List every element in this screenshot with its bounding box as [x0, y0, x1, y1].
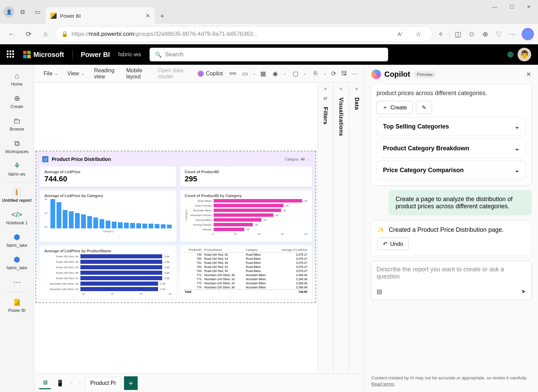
copilot-textarea[interactable]: [376, 266, 526, 284]
report-canvas[interactable]: ◲ Product Price Distribution Category Al…: [34, 82, 318, 374]
search-bar[interactable]: 🔍: [150, 48, 388, 61]
split-screen-icon[interactable]: ◫: [451, 27, 464, 42]
file-menu[interactable]: File: [40, 68, 62, 79]
category-slicer[interactable]: Category All ⌄: [285, 157, 309, 161]
accordion-category-breakdown[interactable]: Product Category Breakdown⌄: [376, 139, 526, 158]
save-icon[interactable]: 🖫: [340, 67, 349, 80]
plus-icon: ＋: [382, 104, 388, 111]
card-count-productid[interactable]: Count of ProductID 295: [180, 166, 312, 187]
data-panel-collapsed[interactable]: « Data: [349, 82, 364, 374]
prompt-guide-icon[interactable]: ▤: [376, 288, 382, 295]
view-menu[interactable]: View: [63, 68, 89, 79]
health-icon[interactable]: ♡: [492, 27, 505, 42]
nav-fabric-lake-2[interactable]: ⬢fabric_lake: [2, 252, 32, 274]
table-header-row: ProductIDProductNameCategoryAverage of L…: [183, 247, 309, 253]
close-window-button[interactable]: ✕: [521, 1, 537, 12]
more-icon: ⋯: [13, 278, 21, 287]
table-visual[interactable]: ProductIDProductNameCategoryAverage of L…: [180, 245, 312, 299]
workspaces-icon[interactable]: ⧉: [16, 5, 29, 19]
explore-icon[interactable]: 👓: [228, 67, 237, 80]
chevron-down-icon[interactable]: ⌄: [282, 71, 288, 76]
nav-notebook[interactable]: </>Notebook 1: [2, 207, 32, 229]
text-box-icon[interactable]: ▭: [239, 67, 251, 80]
prev-page-icon[interactable]: ‹: [69, 381, 74, 386]
desktop-view-icon[interactable]: 🖥: [39, 377, 51, 389]
nav-more[interactable]: ⋯: [2, 274, 32, 290]
favorites-icon[interactable]: ✩: [465, 27, 478, 42]
card-avg-listprice[interactable]: Average of ListPrice 744.60: [40, 166, 176, 187]
page-tab[interactable]: Product Pr: [85, 377, 121, 389]
stack-icon: ⧉: [14, 139, 20, 148]
reading-view-button[interactable]: Reading view: [90, 65, 121, 82]
accordion-price-comparison[interactable]: Price Category Comparison⌄: [376, 161, 526, 180]
read-aloud-icon[interactable]: A⁾: [393, 27, 408, 42]
nav-create[interactable]: ⊕Create: [2, 91, 32, 112]
undo-button[interactable]: ↶Undo: [377, 238, 409, 250]
workspace-name[interactable]: fabric-ws: [118, 51, 141, 58]
accordion-top-selling[interactable]: Top Selling Categories⌄: [376, 117, 526, 136]
refresh-icon[interactable]: ⟳: [329, 67, 338, 80]
app-launcher-icon[interactable]: [7, 50, 15, 59]
chevron-down-icon: ⌄: [514, 123, 520, 130]
edit-button[interactable]: ✎: [416, 101, 432, 114]
presence-icon[interactable]: [507, 51, 513, 58]
chevron-down-icon[interactable]: ⌄: [322, 71, 328, 76]
brand-text[interactable]: Power BI: [81, 51, 110, 59]
user-avatar[interactable]: 👨: [518, 48, 531, 61]
chart-count-productid-category[interactable]: Count of ProductID by Category Category …: [180, 190, 312, 242]
undo-label: Undo: [390, 241, 403, 247]
nav-fabric-ws[interactable]: ⚘fabric-ws: [2, 158, 32, 180]
url-input[interactable]: 🔒 https://msit.powerbi.com/groups/32a98b…: [55, 27, 432, 42]
close-panel-icon[interactable]: ✕: [526, 71, 531, 78]
chart-avg-listprice-productname[interactable]: Average of ListPrice by ProductName Road…: [40, 245, 176, 299]
nav-powerbi[interactable]: Power BI: [2, 295, 32, 316]
settings-menu-icon[interactable]: ⋯: [506, 27, 519, 42]
mobile-layout-button[interactable]: Mobile layout: [122, 65, 152, 82]
favorite-icon[interactable]: ☆: [411, 27, 426, 42]
minimize-button[interactable]: —: [487, 1, 503, 12]
page-selection[interactable]: ◲ Product Price Distribution Category Al…: [35, 151, 316, 303]
copilot-toolbar-button[interactable]: Copilot: [194, 68, 227, 79]
expand-icon[interactable]: «: [355, 86, 358, 91]
next-page-icon[interactable]: ›: [77, 381, 82, 386]
copilot-input-box[interactable]: ▤ ➤: [371, 261, 532, 300]
read-terms-link[interactable]: Read terms: [371, 381, 394, 387]
search-input[interactable]: [165, 51, 383, 58]
tab-actions-icon[interactable]: ▭: [31, 5, 44, 19]
extensions-icon[interactable]: ✧: [434, 27, 447, 42]
microsoft-logo[interactable]: Microsoft: [23, 51, 64, 59]
nav-untitled-report[interactable]: ⫿Untitled report: [2, 184, 32, 206]
create-button[interactable]: ＋Create: [376, 101, 413, 114]
back-button[interactable]: ←: [4, 27, 19, 42]
refresh-button[interactable]: ⟳: [21, 27, 36, 42]
close-tab-icon[interactable]: ✕: [145, 13, 150, 19]
copilot-icon[interactable]: [522, 28, 534, 40]
chart-avg-listprice-category[interactable]: Average of ListPrice by Category 2K 1K 0…: [40, 190, 176, 242]
expand-icon[interactable]: «: [324, 86, 327, 91]
filters-panel-collapsed[interactable]: « ⇄ Filters: [318, 82, 333, 374]
more-icon[interactable]: ⋯: [350, 67, 359, 80]
expand-icon[interactable]: «: [340, 86, 342, 91]
new-tab-button[interactable]: ＋: [159, 11, 166, 20]
visual-icon[interactable]: ▢: [289, 67, 302, 80]
mobile-view-icon[interactable]: 📱: [54, 377, 66, 389]
collections-icon[interactable]: ⊕: [479, 27, 492, 42]
input-actions: ▤ ➤: [376, 288, 526, 295]
add-page-button[interactable]: ＋: [124, 376, 138, 390]
visualizations-panel-collapsed[interactable]: « Visualizations: [333, 82, 349, 374]
home-button[interactable]: ⌂: [38, 27, 53, 42]
nav-home[interactable]: ⌂Home: [2, 68, 32, 90]
buttons-icon[interactable]: ◉: [269, 67, 282, 80]
chevron-down-icon[interactable]: ⌄: [302, 71, 308, 76]
profile-avatar-icon[interactable]: 👤: [3, 6, 14, 17]
nav-fabric-lake-1[interactable]: ⬢fabric_lake: [2, 229, 32, 251]
nav-workspaces[interactable]: ⧉Workspaces: [2, 136, 32, 157]
shapes-icon[interactable]: ▦: [259, 67, 267, 80]
chevron-down-icon[interactable]: ⌄: [251, 71, 257, 76]
page-icon[interactable]: ⎘: [309, 67, 322, 80]
maximize-button[interactable]: ☐: [504, 1, 520, 12]
nav-browse[interactable]: 🗀Browse: [2, 113, 32, 135]
copilot-logo-icon: [371, 70, 381, 79]
browser-tab[interactable]: Power BI ✕: [46, 7, 155, 24]
send-icon[interactable]: ➤: [521, 288, 526, 295]
